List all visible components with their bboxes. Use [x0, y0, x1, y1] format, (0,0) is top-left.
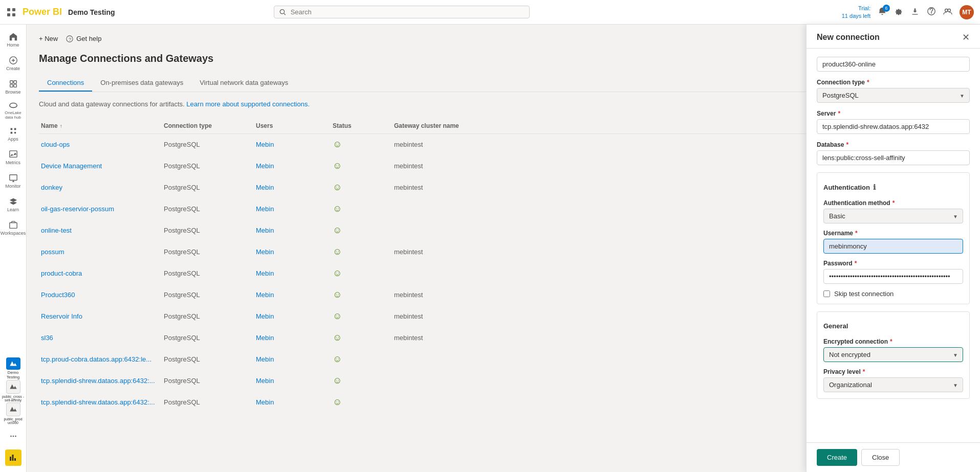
user-link[interactable]: Mebin [256, 291, 274, 299]
panel-close-button[interactable]: ✕ [962, 33, 970, 42]
cell-user: Mebin [254, 227, 331, 234]
cell-status: ☺ [331, 289, 392, 300]
settings-button[interactable] [894, 7, 903, 17]
cell-status: ☺ [331, 182, 392, 193]
connection-link[interactable]: donkey [41, 184, 62, 191]
svg-rect-11 [13, 81, 16, 83]
user-link[interactable]: Mebin [256, 269, 274, 277]
sidebar-item-onelake[interactable]: OneLake data hub [2, 99, 25, 122]
connection-link[interactable]: online-test [41, 227, 72, 234]
close-footer-button[interactable]: Close [861, 449, 900, 466]
community-button[interactable] [943, 7, 952, 17]
connection-type-group: Connection type * PostgreSQL ▼ [817, 79, 970, 103]
user-link[interactable]: Mebin [256, 398, 274, 406]
search-bar[interactable] [274, 6, 530, 18]
cell-name: tcp.splendid-shrew.dataos.app:6432:... [39, 398, 162, 406]
cell-name: tcp.splendid-shrew.dataos.app:6432:... [39, 377, 162, 385]
header-connection-type: Connection type [162, 122, 254, 129]
database-input[interactable] [817, 150, 970, 165]
connection-link[interactable]: tcp.splendid-shrew.dataos.app:6432:... [41, 398, 155, 406]
username-input[interactable] [823, 239, 963, 254]
svg-point-19 [12, 436, 14, 437]
skip-test-checkbox[interactable] [823, 290, 830, 297]
connection-link[interactable]: tcp.proud-cobra.dataos.app:6432:le... [41, 355, 151, 363]
sidebar-item-demo[interactable]: Demo Testing [2, 357, 25, 380]
create-button[interactable]: Create [817, 449, 857, 466]
powerbi-logo: Power BI [23, 7, 62, 17]
notifications-button[interactable]: 6 [878, 7, 887, 17]
powerbi-icon[interactable] [5, 449, 21, 466]
sidebar-item-monitor[interactable]: Monitor [2, 170, 25, 192]
sidebar-item-public-prod[interactable]: public_prod uct360 [2, 402, 25, 425]
connection-link[interactable]: Device Management [41, 162, 102, 170]
connection-link[interactable]: Reservoir Info [41, 312, 82, 320]
server-input[interactable] [817, 119, 970, 134]
sidebar-item-metrics[interactable]: Metrics [2, 146, 25, 169]
cell-name: Reservoir Info [39, 312, 162, 320]
new-button[interactable]: + New [39, 35, 58, 42]
connection-link[interactable]: tcp.splendid-shrew.dataos.app:6432:... [41, 377, 155, 385]
cell-type: PostgreSQL [162, 227, 254, 234]
download-button[interactable] [910, 7, 920, 17]
user-link[interactable]: Mebin [256, 377, 274, 385]
tab-on-premises[interactable]: On-premises data gateways [92, 75, 191, 92]
user-link[interactable]: Mebin [256, 184, 274, 191]
connection-name-input[interactable] [817, 57, 970, 72]
status-icon: ☺ [333, 268, 342, 278]
cell-name: online-test [39, 227, 162, 234]
connection-link[interactable]: cloud-ops [41, 141, 70, 148]
user-link[interactable]: Mebin [256, 141, 274, 148]
password-input[interactable] [823, 269, 963, 284]
grid-menu-button[interactable] [6, 7, 16, 17]
svg-rect-12 [10, 84, 12, 87]
cell-name: oil-gas-reservior-possum [39, 205, 162, 213]
cell-user: Mebin [254, 269, 331, 277]
sidebar-item-workspaces[interactable]: Workspaces [2, 217, 25, 239]
status-icon: ☺ [333, 161, 342, 171]
user-link[interactable]: Mebin [256, 227, 274, 234]
header-name[interactable]: Name ↑ [39, 122, 162, 129]
user-link[interactable]: Mebin [256, 355, 274, 363]
avatar[interactable]: MT [960, 5, 974, 19]
connection-type-select[interactable]: PostgreSQL [817, 88, 970, 103]
cell-name: Product360 [39, 291, 162, 299]
trial-info: Trial: 11 days left [842, 5, 870, 19]
workspace-name[interactable]: Demo Testing [68, 8, 115, 16]
connection-link[interactable]: sl36 [41, 334, 53, 342]
connection-link[interactable]: product-cobra [41, 269, 82, 277]
connection-link[interactable]: Product360 [41, 291, 75, 299]
sidebar-item-create[interactable]: Create [2, 52, 25, 75]
sidebar-item-home[interactable]: Home [2, 29, 25, 51]
status-icon: ☺ [333, 139, 342, 149]
privacy-select[interactable]: Organizational [823, 377, 963, 392]
sidebar-item-browse[interactable]: Browse [2, 76, 25, 98]
auth-method-select[interactable]: Basic [823, 209, 963, 223]
user-link[interactable]: Mebin [256, 248, 274, 256]
user-link[interactable]: Mebin [256, 205, 274, 213]
learn-more-link[interactable]: Learn more about supported connections. [186, 100, 310, 108]
connection-link[interactable]: oil-gas-reservior-possum [41, 205, 114, 213]
sidebar-item-public-cross[interactable]: public_cross -sell-affinity [2, 380, 25, 402]
sidebar-item-more[interactable] [2, 425, 25, 447]
sidebar-item-apps[interactable]: Apps [2, 123, 25, 145]
user-link[interactable]: Mebin [256, 334, 274, 342]
help-button-page[interactable]: ? Get help [66, 35, 101, 42]
connection-link[interactable]: possum [41, 248, 64, 256]
auth-info-icon[interactable]: ℹ [873, 183, 876, 191]
user-link[interactable]: Mebin [256, 312, 274, 320]
database-label: Database * [817, 141, 970, 148]
cell-user: Mebin [254, 334, 331, 342]
help-button[interactable] [927, 7, 936, 17]
encrypted-label: Encrypted connection * [823, 338, 963, 345]
user-link[interactable]: Mebin [256, 162, 274, 170]
tab-virtual[interactable]: Virtual network data gateways [191, 75, 296, 92]
encrypted-select[interactable]: Not encrypted [823, 347, 963, 362]
svg-rect-16 [9, 175, 16, 181]
tab-connections[interactable]: Connections [39, 75, 92, 92]
skip-test-row[interactable]: Skip test connection [823, 290, 963, 298]
cell-status: ☺ [331, 139, 392, 150]
svg-rect-10 [10, 81, 12, 83]
search-input[interactable] [291, 8, 525, 16]
sidebar-item-learn[interactable]: Learn [2, 193, 25, 216]
skip-test-label[interactable]: Skip test connection [834, 290, 894, 298]
